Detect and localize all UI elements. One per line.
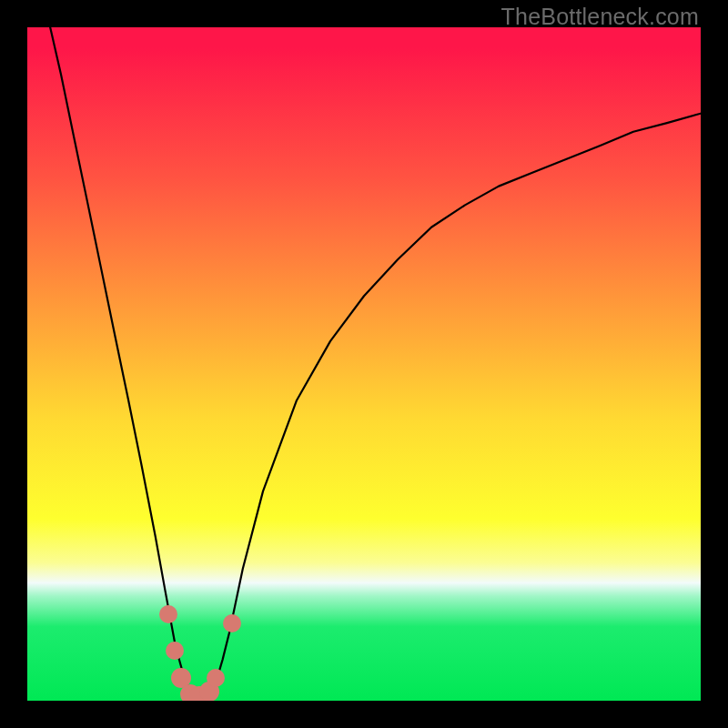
bottleneck-curve xyxy=(50,27,701,696)
curve-svg xyxy=(27,27,701,701)
data-marker xyxy=(159,605,177,623)
data-marker xyxy=(166,642,184,660)
data-marker xyxy=(223,614,241,632)
plot-area xyxy=(27,27,701,701)
data-marker xyxy=(207,669,225,687)
outer-black-frame: TheBottleneck.com xyxy=(0,0,728,728)
watermark-text: TheBottleneck.com xyxy=(501,4,699,30)
